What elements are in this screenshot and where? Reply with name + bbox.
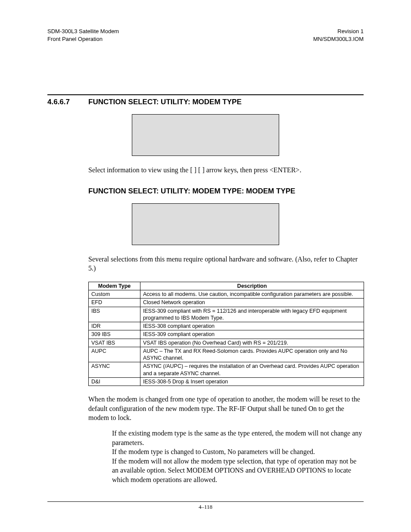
table-header-desc: Description [140, 282, 364, 290]
section-number: 4.6.6.7 [47, 98, 88, 106]
notes-block: If the existing modem type is the same a… [112, 429, 364, 485]
cell-type: EFD [89, 299, 140, 307]
table-row: D&I IESS-308-5 Drop & Insert operation [89, 377, 364, 386]
cell-desc: AUPC – The TX and RX Reed-Solomon cards.… [140, 347, 364, 362]
instruction-text: Several selections from this menu requir… [88, 255, 364, 273]
section-rule [47, 94, 364, 95]
cell-desc: IESS-308 compliant operation [140, 322, 364, 330]
cell-desc: IESS-308-5 Drop & Insert operation [140, 377, 364, 386]
cell-type: Custom [89, 290, 140, 299]
cell-desc: Access to all modems. Use caution, incom… [140, 290, 364, 299]
modem-type-table-wrap: Modem Type Description Custom Access to … [88, 282, 364, 386]
cell-desc: Closed Network operation [140, 299, 364, 307]
cell-type: VSAT IBS [89, 339, 140, 347]
lcd-display-box [132, 203, 279, 245]
table-header-row: Modem Type Description [89, 282, 364, 290]
header-product: SDM-300L3 Satellite Modem [47, 28, 119, 35]
header-right: Revision 1 MN/SDM300L3.IOM [313, 28, 364, 43]
cell-desc: IESS-309 compliant operation [140, 330, 364, 339]
lcd-display-box [132, 114, 279, 156]
page-number: 4–118 [199, 504, 212, 510]
page-footer: 4–118 [47, 501, 364, 510]
header-subject: Front Panel Operation [47, 35, 119, 43]
note-item: If the modem will not allow the modem ty… [112, 457, 364, 485]
table-row: IDR IESS-308 compliant operation [89, 322, 364, 330]
section-heading: 4.6.6.7FUNCTION SELECT: UTILITY: MODEM T… [47, 98, 364, 106]
cell-type: IBS [89, 307, 140, 322]
cell-desc: VSAT IBS operation (No Overhead Card) wi… [140, 339, 364, 347]
cell-type: 309 IBS [89, 330, 140, 339]
table-row: AUPC AUPC – The TX and RX Reed-Solomon c… [89, 347, 364, 362]
cell-type: IDR [89, 322, 140, 330]
page: SDM-300L3 Satellite Modem Front Panel Op… [0, 0, 411, 532]
cell-type: AUPC [89, 347, 140, 362]
modem-type-table: Modem Type Description Custom Access to … [88, 282, 364, 386]
table-row: VSAT IBS VSAT IBS operation (No Overhead… [89, 339, 364, 347]
cell-type: D&I [89, 377, 140, 386]
table-row: IBS IESS-309 compliant with RS = 112/126… [89, 307, 364, 322]
note-item: If the existing modem type is the same a… [112, 429, 364, 447]
section-title: FUNCTION SELECT: UTILITY: MODEM TYPE [88, 98, 242, 106]
table-row: EFD Closed Network operation [89, 299, 364, 307]
instruction-text: Select information to view using the [ ]… [88, 165, 364, 175]
cell-desc: IESS-309 compliant with RS = 112/126 and… [140, 307, 364, 322]
header-docnum: MN/SDM300L3.IOM [313, 35, 364, 43]
page-header: SDM-300L3 Satellite Modem Front Panel Op… [47, 28, 364, 43]
table-row: Custom Access to all modems. Use caution… [89, 290, 364, 299]
subsection-heading: FUNCTION SELECT: UTILITY: MODEM TYPE: MO… [88, 187, 364, 196]
header-revision: Revision 1 [313, 28, 364, 35]
paragraph: When the modem is changed from one type … [88, 395, 364, 423]
note-item: If the modem type is changed to Custom, … [112, 447, 364, 457]
table-header-type: Modem Type [89, 282, 140, 290]
cell-type: ASYNC [89, 362, 140, 378]
cell-desc: ASYNC (/AUPC) – requires the installatio… [140, 362, 364, 378]
table-row: 309 IBS IESS-309 compliant operation [89, 330, 364, 339]
table-row: ASYNC ASYNC (/AUPC) – requires the insta… [89, 362, 364, 378]
header-left: SDM-300L3 Satellite Modem Front Panel Op… [47, 28, 119, 43]
